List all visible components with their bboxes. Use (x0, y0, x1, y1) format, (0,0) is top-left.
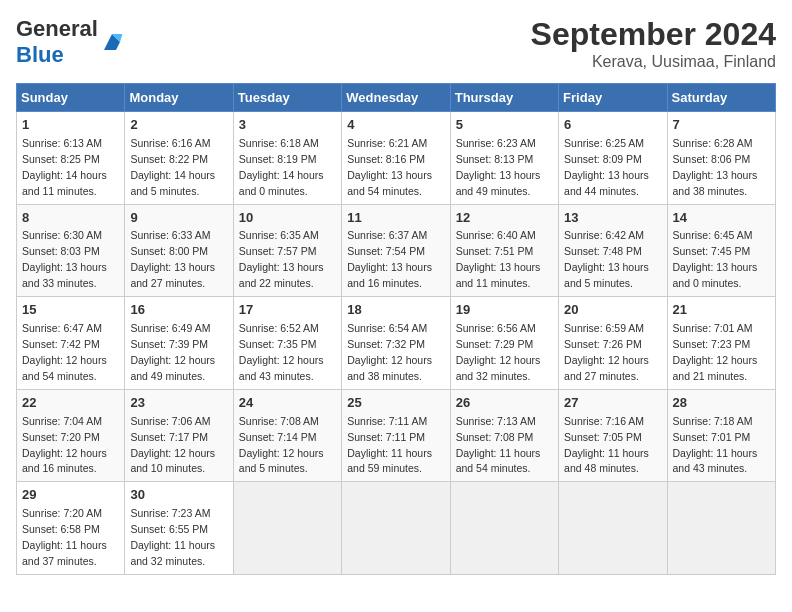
day-number: 17 (239, 301, 336, 320)
day-number: 11 (347, 209, 444, 228)
day-number: 25 (347, 394, 444, 413)
calendar-table: SundayMondayTuesdayWednesdayThursdayFrid… (16, 83, 776, 575)
calendar-cell (342, 482, 450, 575)
day-info: Sunrise: 6:33 AMSunset: 8:00 PMDaylight:… (130, 229, 215, 289)
day-info: Sunrise: 7:11 AMSunset: 7:11 PMDaylight:… (347, 415, 432, 475)
day-info: Sunrise: 6:49 AMSunset: 7:39 PMDaylight:… (130, 322, 215, 382)
page-header: General Blue September 2024 Kerava, Uusi… (16, 16, 776, 71)
calendar-cell: 23 Sunrise: 7:06 AMSunset: 7:17 PMDaylig… (125, 389, 233, 482)
calendar-cell (667, 482, 775, 575)
calendar-week-2: 8 Sunrise: 6:30 AMSunset: 8:03 PMDayligh… (17, 204, 776, 297)
day-number: 28 (673, 394, 770, 413)
calendar-cell: 14 Sunrise: 6:45 AMSunset: 7:45 PMDaylig… (667, 204, 775, 297)
day-info: Sunrise: 6:56 AMSunset: 7:29 PMDaylight:… (456, 322, 541, 382)
calendar-cell: 16 Sunrise: 6:49 AMSunset: 7:39 PMDaylig… (125, 297, 233, 390)
day-info: Sunrise: 7:06 AMSunset: 7:17 PMDaylight:… (130, 415, 215, 475)
day-info: Sunrise: 6:13 AMSunset: 8:25 PMDaylight:… (22, 137, 107, 197)
header-tuesday: Tuesday (233, 84, 341, 112)
day-info: Sunrise: 7:04 AMSunset: 7:20 PMDaylight:… (22, 415, 107, 475)
day-number: 13 (564, 209, 661, 228)
calendar-cell: 20 Sunrise: 6:59 AMSunset: 7:26 PMDaylig… (559, 297, 667, 390)
day-number: 2 (130, 116, 227, 135)
day-info: Sunrise: 6:35 AMSunset: 7:57 PMDaylight:… (239, 229, 324, 289)
day-number: 26 (456, 394, 553, 413)
day-info: Sunrise: 7:13 AMSunset: 7:08 PMDaylight:… (456, 415, 541, 475)
calendar-cell (559, 482, 667, 575)
day-number: 21 (673, 301, 770, 320)
calendar-cell: 15 Sunrise: 6:47 AMSunset: 7:42 PMDaylig… (17, 297, 125, 390)
day-number: 22 (22, 394, 119, 413)
calendar-cell: 25 Sunrise: 7:11 AMSunset: 7:11 PMDaylig… (342, 389, 450, 482)
day-info: Sunrise: 7:23 AMSunset: 6:55 PMDaylight:… (130, 507, 215, 567)
calendar-cell: 12 Sunrise: 6:40 AMSunset: 7:51 PMDaylig… (450, 204, 558, 297)
calendar-cell: 24 Sunrise: 7:08 AMSunset: 7:14 PMDaylig… (233, 389, 341, 482)
day-info: Sunrise: 7:08 AMSunset: 7:14 PMDaylight:… (239, 415, 324, 475)
header-sunday: Sunday (17, 84, 125, 112)
calendar-cell: 8 Sunrise: 6:30 AMSunset: 8:03 PMDayligh… (17, 204, 125, 297)
calendar-cell: 10 Sunrise: 6:35 AMSunset: 7:57 PMDaylig… (233, 204, 341, 297)
day-info: Sunrise: 7:01 AMSunset: 7:23 PMDaylight:… (673, 322, 758, 382)
calendar-header-row: SundayMondayTuesdayWednesdayThursdayFrid… (17, 84, 776, 112)
calendar-cell: 4 Sunrise: 6:21 AMSunset: 8:16 PMDayligh… (342, 112, 450, 205)
day-number: 23 (130, 394, 227, 413)
calendar-cell: 18 Sunrise: 6:54 AMSunset: 7:32 PMDaylig… (342, 297, 450, 390)
day-number: 8 (22, 209, 119, 228)
calendar-subtitle: Kerava, Uusimaa, Finland (531, 53, 776, 71)
header-monday: Monday (125, 84, 233, 112)
calendar-cell: 26 Sunrise: 7:13 AMSunset: 7:08 PMDaylig… (450, 389, 558, 482)
calendar-cell: 29 Sunrise: 7:20 AMSunset: 6:58 PMDaylig… (17, 482, 125, 575)
day-info: Sunrise: 6:18 AMSunset: 8:19 PMDaylight:… (239, 137, 324, 197)
day-number: 12 (456, 209, 553, 228)
header-friday: Friday (559, 84, 667, 112)
calendar-cell: 17 Sunrise: 6:52 AMSunset: 7:35 PMDaylig… (233, 297, 341, 390)
calendar-cell (450, 482, 558, 575)
day-number: 6 (564, 116, 661, 135)
day-info: Sunrise: 6:47 AMSunset: 7:42 PMDaylight:… (22, 322, 107, 382)
calendar-week-5: 29 Sunrise: 7:20 AMSunset: 6:58 PMDaylig… (17, 482, 776, 575)
title-area: September 2024 Kerava, Uusimaa, Finland (531, 16, 776, 71)
day-info: Sunrise: 6:40 AMSunset: 7:51 PMDaylight:… (456, 229, 541, 289)
day-number: 19 (456, 301, 553, 320)
header-wednesday: Wednesday (342, 84, 450, 112)
day-info: Sunrise: 6:37 AMSunset: 7:54 PMDaylight:… (347, 229, 432, 289)
header-saturday: Saturday (667, 84, 775, 112)
logo: General Blue (16, 16, 124, 68)
calendar-cell: 9 Sunrise: 6:33 AMSunset: 8:00 PMDayligh… (125, 204, 233, 297)
calendar-week-3: 15 Sunrise: 6:47 AMSunset: 7:42 PMDaylig… (17, 297, 776, 390)
day-number: 7 (673, 116, 770, 135)
calendar-cell: 21 Sunrise: 7:01 AMSunset: 7:23 PMDaylig… (667, 297, 775, 390)
day-number: 16 (130, 301, 227, 320)
logo-text: General Blue (16, 16, 98, 68)
day-info: Sunrise: 7:18 AMSunset: 7:01 PMDaylight:… (673, 415, 758, 475)
day-number: 3 (239, 116, 336, 135)
day-info: Sunrise: 6:23 AMSunset: 8:13 PMDaylight:… (456, 137, 541, 197)
calendar-cell: 1 Sunrise: 6:13 AMSunset: 8:25 PMDayligh… (17, 112, 125, 205)
day-number: 9 (130, 209, 227, 228)
logo-general: General (16, 16, 98, 41)
day-info: Sunrise: 6:21 AMSunset: 8:16 PMDaylight:… (347, 137, 432, 197)
day-number: 30 (130, 486, 227, 505)
calendar-cell: 27 Sunrise: 7:16 AMSunset: 7:05 PMDaylig… (559, 389, 667, 482)
calendar-cell: 3 Sunrise: 6:18 AMSunset: 8:19 PMDayligh… (233, 112, 341, 205)
day-info: Sunrise: 6:42 AMSunset: 7:48 PMDaylight:… (564, 229, 649, 289)
calendar-cell: 13 Sunrise: 6:42 AMSunset: 7:48 PMDaylig… (559, 204, 667, 297)
calendar-cell: 2 Sunrise: 6:16 AMSunset: 8:22 PMDayligh… (125, 112, 233, 205)
day-number: 5 (456, 116, 553, 135)
day-number: 18 (347, 301, 444, 320)
day-number: 24 (239, 394, 336, 413)
day-info: Sunrise: 6:28 AMSunset: 8:06 PMDaylight:… (673, 137, 758, 197)
header-thursday: Thursday (450, 84, 558, 112)
calendar-week-1: 1 Sunrise: 6:13 AMSunset: 8:25 PMDayligh… (17, 112, 776, 205)
calendar-cell: 5 Sunrise: 6:23 AMSunset: 8:13 PMDayligh… (450, 112, 558, 205)
calendar-cell: 11 Sunrise: 6:37 AMSunset: 7:54 PMDaylig… (342, 204, 450, 297)
day-number: 1 (22, 116, 119, 135)
calendar-cell: 6 Sunrise: 6:25 AMSunset: 8:09 PMDayligh… (559, 112, 667, 205)
calendar-cell: 19 Sunrise: 6:56 AMSunset: 7:29 PMDaylig… (450, 297, 558, 390)
calendar-cell: 7 Sunrise: 6:28 AMSunset: 8:06 PMDayligh… (667, 112, 775, 205)
day-number: 15 (22, 301, 119, 320)
day-info: Sunrise: 7:20 AMSunset: 6:58 PMDaylight:… (22, 507, 107, 567)
calendar-cell: 30 Sunrise: 7:23 AMSunset: 6:55 PMDaylig… (125, 482, 233, 575)
calendar-cell: 28 Sunrise: 7:18 AMSunset: 7:01 PMDaylig… (667, 389, 775, 482)
day-info: Sunrise: 6:16 AMSunset: 8:22 PMDaylight:… (130, 137, 215, 197)
day-info: Sunrise: 7:16 AMSunset: 7:05 PMDaylight:… (564, 415, 649, 475)
